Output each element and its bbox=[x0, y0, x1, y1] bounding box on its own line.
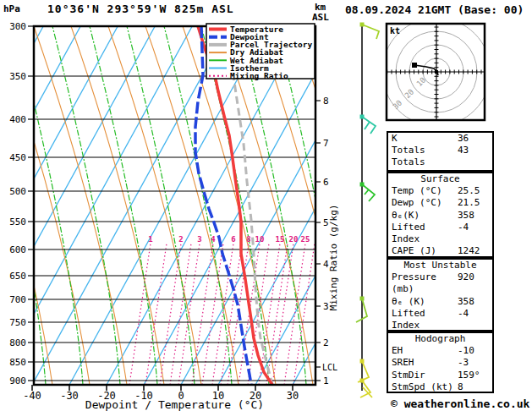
indices-box: SurfaceTemp (°C)25.5Dewp (°C)21.5θₑ(K)35… bbox=[387, 172, 494, 258]
indices-box-title: Surface bbox=[388, 173, 492, 185]
mixing-ratio-label: 2 bbox=[178, 235, 183, 244]
indices-box: K36Totals Totals43PW (cm)4.22 bbox=[387, 131, 494, 172]
wet-adiabat-line bbox=[90, 26, 157, 385]
pressure-tick-label: 600 bbox=[9, 244, 26, 255]
mixing-ratio-label: 4 bbox=[211, 235, 216, 244]
dry-adiabat-line bbox=[0, 26, 52, 385]
wind-barb bbox=[362, 25, 379, 39]
indices-row-value: 8 bbox=[458, 381, 490, 393]
temperature-tick-label: -20 bbox=[97, 390, 116, 402]
indices-row: EH-10 bbox=[388, 345, 492, 357]
indices-row: Lifted Index-4 bbox=[388, 308, 492, 332]
pressure-tick-label: 750 bbox=[9, 317, 26, 328]
pressure-tick-label: 800 bbox=[9, 337, 26, 348]
hodograph-origin-marker bbox=[435, 70, 438, 74]
hodograph-trace-end-marker bbox=[412, 63, 417, 68]
mixing-ratio-label: 1 bbox=[148, 235, 152, 244]
hodograph-ring-label: 10 bbox=[415, 76, 428, 89]
km-tick-label: 2 bbox=[323, 337, 329, 348]
temperature-tick-label: 10 bbox=[212, 390, 224, 402]
temperature-tick-label: -30 bbox=[60, 390, 79, 402]
km-tick-label: 8 bbox=[323, 96, 329, 107]
indices-row-label: K bbox=[392, 133, 458, 145]
indices-row-label: Pressure (mb) bbox=[392, 271, 458, 295]
pressure-tick-label: 400 bbox=[9, 114, 26, 125]
wind-barb-feather bbox=[365, 122, 370, 129]
indices-row-label: θₑ(K) bbox=[392, 210, 458, 222]
hodograph: 102030kt bbox=[382, 18, 491, 126]
hodograph-ring-label: 20 bbox=[403, 88, 416, 101]
km-tick-label: 3 bbox=[323, 301, 329, 312]
pressure-tick-label: 300 bbox=[9, 21, 26, 32]
mixing-ratio-label: 10 bbox=[255, 235, 265, 244]
km-tick-label: 7 bbox=[323, 138, 329, 149]
indices-row-value: 21.5 bbox=[458, 197, 490, 209]
pressure-tick-label: 350 bbox=[9, 71, 26, 82]
indices-row-label: Temp (°C) bbox=[392, 185, 458, 197]
indices-row-label: Lifted Index bbox=[392, 222, 458, 245]
pressure-tick-label: 700 bbox=[9, 294, 26, 305]
indices-row-label: CAPE (J) bbox=[392, 245, 458, 257]
indices-row-label: StmSpd (kt) bbox=[392, 381, 458, 393]
hodograph-ring-label: 30 bbox=[392, 99, 404, 112]
pressure-tick-label: 850 bbox=[9, 357, 26, 368]
indices-box-title: Most Unstable bbox=[388, 260, 492, 271]
wind-barb bbox=[362, 184, 375, 201]
temperature-tick-label: -40 bbox=[23, 390, 41, 402]
wind-barb-feather bbox=[365, 189, 369, 195]
indices-box: HodographEH-10SREH-3StmDir159°StmSpd (kt… bbox=[387, 332, 494, 393]
temperature-tick-label: -10 bbox=[134, 390, 153, 402]
indices-row-value: -4 bbox=[458, 308, 490, 332]
hodograph-unit-label: kt bbox=[390, 26, 400, 36]
indices-row: Totals Totals43 bbox=[388, 145, 492, 168]
mixing-ratio-label: 8 bbox=[246, 235, 250, 244]
indices-row: CAPE (J)1242 bbox=[388, 245, 492, 257]
indices-box: Most UnstablePressure (mb)920θₑ (K)358Li… bbox=[387, 258, 494, 332]
mixing-ratio-label: 15 bbox=[276, 235, 285, 244]
km-tick-label: 1 bbox=[323, 375, 329, 386]
wet-adiabat-line bbox=[164, 26, 232, 385]
wind-barb bbox=[362, 117, 376, 134]
indices-row: θₑ (K)358 bbox=[388, 296, 492, 308]
legend: TemperatureDewpointParcel TrajectoryDry … bbox=[206, 24, 315, 80]
legend-label: Mixing Ratio bbox=[230, 71, 288, 80]
indices-row: StmDir159° bbox=[388, 370, 492, 381]
indices-row: Lifted Index-4 bbox=[388, 222, 492, 245]
temperature-tick-label: 0 bbox=[178, 390, 184, 402]
dry-adiabat-line bbox=[294, 26, 387, 385]
wind-barb-base-marker bbox=[360, 297, 365, 301]
indices-row-value: -10 bbox=[458, 345, 490, 357]
indices-row: Pressure (mb)920 bbox=[388, 271, 492, 295]
pressure-tick-label: 450 bbox=[9, 152, 26, 163]
indices-row-value: 1242 bbox=[458, 245, 490, 257]
wind-barb-base-marker bbox=[360, 183, 365, 187]
indices-row-label: EH bbox=[392, 345, 458, 357]
km-tick-label: 6 bbox=[323, 177, 329, 188]
indices-box-title: Hodograph bbox=[388, 333, 492, 345]
skewt-page: { "header": { "pressure_unit": "hPa", "t… bbox=[0, 0, 532, 411]
indices-row-label: SREH bbox=[392, 357, 458, 369]
indices-row-value: 36 bbox=[458, 133, 490, 145]
km-tick-label: 4 bbox=[323, 259, 329, 270]
mixing-ratio-line bbox=[129, 244, 151, 385]
indices-row-value: 358 bbox=[458, 210, 490, 222]
temperature-axis: -40-30-20-100102030 bbox=[23, 385, 299, 402]
wind-barb-base-marker bbox=[360, 115, 365, 119]
indices-row-value: -3 bbox=[458, 357, 490, 369]
indices-row: Temp (°C)25.5 bbox=[388, 185, 492, 197]
indices-row-label: θₑ (K) bbox=[392, 296, 458, 308]
temperature-tick-label: 20 bbox=[250, 390, 261, 402]
km-axis: 87654321LCL bbox=[315, 96, 337, 386]
mixing-ratio-label: 20 bbox=[289, 235, 299, 244]
indices-row-label: Lifted Index bbox=[392, 308, 458, 332]
indices-row-value: -4 bbox=[458, 222, 490, 245]
lcl-label: LCL bbox=[322, 363, 337, 372]
wind-barb-column bbox=[356, 23, 379, 398]
mixing-ratio-label: 3 bbox=[197, 235, 201, 244]
indices-row-value: 358 bbox=[458, 296, 490, 308]
wet-adiabat-line bbox=[313, 26, 381, 385]
hodograph-trace bbox=[414, 65, 438, 75]
pressure-axis: 300350400450500550600650700750800850900 bbox=[9, 21, 34, 386]
indices-row: SREH-3 bbox=[388, 357, 492, 369]
wind-barb-base-marker bbox=[360, 379, 365, 383]
